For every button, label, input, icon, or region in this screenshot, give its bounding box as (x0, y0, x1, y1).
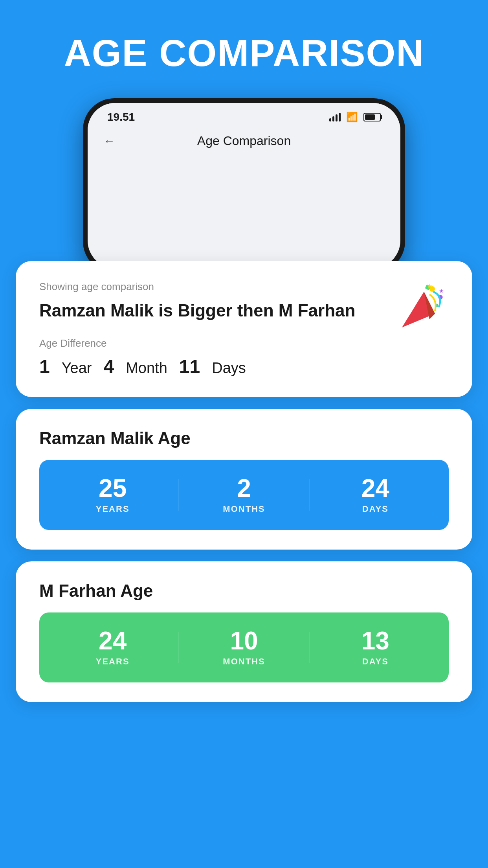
ramzan-age-display: 25 YEARS 2 MONTHS 24 DAYS (39, 460, 449, 530)
header-title: Age Comparison (123, 134, 365, 148)
age-diff-label: Age Difference (39, 337, 386, 349)
farhan-months-label: MONTHS (178, 657, 309, 667)
status-bar: 19.51 📶 (88, 103, 400, 127)
farhan-days-num: 13 (310, 628, 441, 653)
ramzan-months: 2 MONTHS (178, 476, 309, 514)
farhan-years-num: 24 (47, 628, 178, 653)
status-time: 19.51 (107, 111, 135, 123)
ramzan-days: 24 DAYS (310, 476, 441, 514)
ramzan-years-label: YEARS (47, 504, 178, 514)
ramzan-years: 25 YEARS (47, 476, 178, 514)
app-header: ← Age Comparison (88, 127, 400, 156)
age-diff-values: 1 Year 4 Month 11 Days (39, 356, 386, 377)
ramzan-days-label: DAYS (310, 504, 441, 514)
farhan-years: 24 YEARS (47, 628, 178, 667)
farhan-title: M Farhan Age (39, 581, 449, 601)
signal-icon (329, 113, 341, 121)
cards-container: Showing age comparison Ramzan Malik is B… (0, 261, 488, 718)
showing-label: Showing age comparison (39, 281, 386, 293)
farhan-days-label: DAYS (310, 657, 441, 667)
phone-frame: 19.51 📶 ← Age Comparison (83, 98, 405, 273)
diff-month-text: Month (126, 360, 167, 377)
phone-screen: 19.51 📶 ← Age Comparison (88, 103, 400, 268)
ramzan-years-num: 25 (47, 476, 178, 501)
status-icons: 📶 (329, 112, 381, 123)
diff-year-text: Year (62, 360, 92, 377)
comparison-title: Ramzan Malik is Bigger then M Farhan (39, 299, 386, 322)
farhan-years-label: YEARS (47, 657, 178, 667)
farhan-age-card: M Farhan Age 24 YEARS 10 MONTHS 13 DAYS (16, 561, 472, 702)
diff-days-num: 11 (179, 356, 200, 377)
diff-year-num: 1 (39, 356, 50, 377)
back-button[interactable]: ← (103, 134, 115, 148)
ramzan-months-num: 2 (178, 476, 309, 501)
ramzan-age-card: Ramzan Malik Age 25 YEARS 2 MONTHS 24 DA… (16, 409, 472, 550)
page-title: AGE COMPARISON (0, 0, 488, 98)
ramzan-days-num: 24 (310, 476, 441, 501)
farhan-age-display: 24 YEARS 10 MONTHS 13 DAYS (39, 612, 449, 682)
svg-text:★: ★ (439, 288, 444, 294)
diff-month-num: 4 (103, 356, 114, 377)
party-icon: ★ ★ (394, 281, 449, 341)
farhan-months: 10 MONTHS (178, 628, 309, 667)
comparison-card: Showing age comparison Ramzan Malik is B… (16, 261, 472, 397)
ramzan-months-label: MONTHS (178, 504, 309, 514)
ramzan-title: Ramzan Malik Age (39, 428, 449, 448)
battery-icon (363, 113, 381, 121)
diff-days-text: Days (212, 360, 246, 377)
farhan-days: 13 DAYS (310, 628, 441, 667)
svg-text:★: ★ (427, 283, 433, 290)
wifi-icon: 📶 (346, 112, 358, 123)
farhan-months-num: 10 (178, 628, 309, 653)
